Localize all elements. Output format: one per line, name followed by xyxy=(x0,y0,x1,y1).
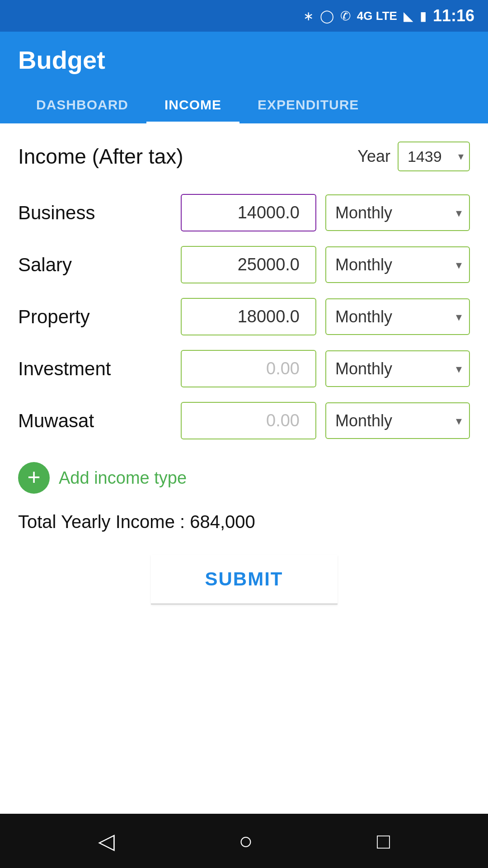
battery-icon: ▮ xyxy=(420,9,427,24)
add-income-row[interactable]: + Add income type xyxy=(18,462,470,494)
income-row-salary: Salary Monthly Weekly Yearly xyxy=(18,246,470,283)
muwasat-label: Muwasat xyxy=(18,410,181,432)
investment-period-wrap: Monthly Weekly Yearly xyxy=(325,350,470,387)
salary-period-wrap: Monthly Weekly Yearly xyxy=(325,246,470,283)
submit-button[interactable]: SUBMIT xyxy=(151,555,338,604)
plus-icon: + xyxy=(27,466,40,488)
status-time: 11:16 xyxy=(433,6,474,25)
property-period-select[interactable]: Monthly Weekly Yearly xyxy=(325,298,470,335)
year-selector-row: Year 1439 1440 1441 xyxy=(357,142,470,171)
muwasat-period-wrap: Monthly Weekly Yearly xyxy=(325,402,470,439)
add-income-icon[interactable]: + xyxy=(18,462,50,494)
tab-dashboard[interactable]: DASHBOARD xyxy=(18,88,146,123)
investment-input[interactable] xyxy=(181,350,316,387)
home-button[interactable]: ○ xyxy=(239,827,253,854)
salary-input[interactable] xyxy=(181,246,316,283)
year-dropdown-wrap: 1439 1440 1441 xyxy=(398,142,470,171)
back-button[interactable]: ◁ xyxy=(98,828,115,854)
business-input[interactable] xyxy=(181,194,316,231)
status-bar: ∗ ◯ ✆ 4G LTE ◣ ▮ 11:16 xyxy=(0,0,488,32)
income-header: Income (After tax) Year 1439 1440 1441 xyxy=(18,142,470,171)
bottom-navigation: ◁ ○ □ xyxy=(0,814,488,868)
tab-income[interactable]: INCOME xyxy=(146,88,239,123)
total-yearly-income: Total Yearly Income : 684,000 xyxy=(18,512,470,532)
property-input[interactable] xyxy=(181,298,316,335)
salary-label: Salary xyxy=(18,254,181,276)
business-label: Business xyxy=(18,202,181,224)
muwasat-period-select[interactable]: Monthly Weekly Yearly xyxy=(325,402,470,439)
add-income-label[interactable]: Add income type xyxy=(59,468,187,488)
muwasat-input[interactable] xyxy=(181,402,316,439)
income-row-business: Business Monthly Weekly Yearly xyxy=(18,194,470,231)
main-content: Income (After tax) Year 1439 1440 1441 B… xyxy=(0,123,488,814)
property-label: Property xyxy=(18,306,181,328)
investment-label: Investment xyxy=(18,358,181,380)
income-row-muwasat: Muwasat Monthly Weekly Yearly xyxy=(18,402,470,439)
investment-period-select[interactable]: Monthly Weekly Yearly xyxy=(325,350,470,387)
signal-icon: ◣ xyxy=(404,9,413,24)
salary-period-select[interactable]: Monthly Weekly Yearly xyxy=(325,246,470,283)
tab-expenditure[interactable]: EXPENDITURE xyxy=(239,88,377,123)
app-title: Budget xyxy=(18,45,470,75)
lte-label: 4G LTE xyxy=(357,9,397,23)
income-row-investment: Investment Monthly Weekly Yearly xyxy=(18,350,470,387)
income-section-title: Income (After tax) xyxy=(18,144,183,169)
app-header: Budget DASHBOARD INCOME EXPENDITURE xyxy=(0,32,488,123)
tab-bar: DASHBOARD INCOME EXPENDITURE xyxy=(18,88,470,123)
submit-wrapper: SUBMIT xyxy=(18,555,470,604)
property-period-wrap: Monthly Weekly Yearly xyxy=(325,298,470,335)
business-period-select[interactable]: Monthly Weekly Yearly xyxy=(325,194,470,231)
bluetooth-icon: ∗ xyxy=(303,9,314,24)
alarm-icon: ◯ xyxy=(320,9,334,24)
income-row-property: Property Monthly Weekly Yearly xyxy=(18,298,470,335)
business-period-wrap: Monthly Weekly Yearly xyxy=(325,194,470,231)
year-select[interactable]: 1439 1440 1441 xyxy=(398,142,470,171)
recent-apps-button[interactable]: □ xyxy=(377,829,390,854)
call-icon: ✆ xyxy=(340,9,351,24)
year-label: Year xyxy=(357,147,390,166)
